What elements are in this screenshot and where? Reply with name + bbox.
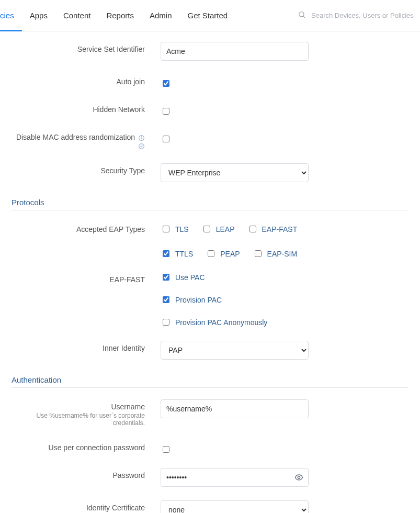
disable-mac-label: Disable MAC address randomization <box>12 130 161 150</box>
eap-sim-checkbox[interactable] <box>255 250 262 257</box>
eap-leap-checkbox[interactable] <box>203 226 210 232</box>
per-conn-checkbox[interactable] <box>163 446 169 453</box>
nav-item-policies[interactable]: cies <box>0 0 22 31</box>
eap-fast-label: EAP-FAST <box>12 272 161 284</box>
section-authentication: Authentication <box>12 373 408 388</box>
search-input[interactable] <box>310 11 415 20</box>
eap-tls[interactable]: TLS <box>161 224 189 234</box>
svg-point-0 <box>299 12 304 17</box>
disable-mac-text: Disable MAC address randomization <box>16 133 135 141</box>
provision-pac-anon-label: Provision PAC Anonymously <box>175 318 267 327</box>
ssid-input[interactable] <box>161 42 309 61</box>
identity-cert-select[interactable]: none <box>161 500 309 513</box>
auto-join-label: Auto join <box>12 74 161 86</box>
nav-item-get-started[interactable]: Get Started <box>180 0 236 31</box>
eap-peap-checkbox[interactable] <box>208 250 214 257</box>
svg-point-4 <box>141 137 142 137</box>
security-type-select[interactable]: WEP Enterprise <box>161 163 309 182</box>
nav-label: Get Started <box>188 11 228 20</box>
nav-item-apps[interactable]: Apps <box>22 0 55 31</box>
username-label: Username <box>111 403 145 411</box>
inner-identity-select[interactable]: PAP <box>161 341 309 360</box>
nav-label: Admin <box>150 11 172 20</box>
accepted-eap-label: Accepted EAP Types <box>12 222 161 233</box>
search <box>298 10 415 20</box>
password-input[interactable] <box>161 468 309 487</box>
username-label-col: Username Use %username% for user`s corpo… <box>12 399 161 427</box>
eap-tls-checkbox[interactable] <box>163 226 169 232</box>
form: Service Set Identifier Auto join Hidden … <box>0 31 420 513</box>
nav-label: Apps <box>30 11 48 20</box>
hidden-network-label: Hidden Network <box>12 102 161 114</box>
ssid-label: Service Set Identifier <box>12 42 161 53</box>
disable-mac-checkbox[interactable] <box>163 136 169 142</box>
svg-line-1 <box>303 16 305 18</box>
username-input[interactable] <box>161 399 309 418</box>
eap-ttls[interactable]: TTLS <box>161 249 193 259</box>
nav-label: Reports <box>106 11 134 20</box>
eap-sim[interactable]: EAP-SIM <box>253 249 298 259</box>
eap-leap[interactable]: LEAP <box>201 224 235 234</box>
eye-icon[interactable] <box>294 473 303 482</box>
topbar: cies Apps Content Reports Admin Get Star… <box>0 0 420 31</box>
provision-pac-anon-checkbox[interactable] <box>163 319 169 326</box>
hidden-network-checkbox[interactable] <box>163 108 169 115</box>
use-pac-label: Use PAC <box>175 273 205 282</box>
nav-label: cies <box>0 11 14 20</box>
identity-cert-label: Identity Certificate <box>12 500 161 512</box>
use-pac-checkbox[interactable] <box>163 274 169 281</box>
inner-identity-label: Inner Identity <box>12 341 161 352</box>
auto-join-checkbox[interactable] <box>163 80 169 87</box>
section-protocols: Protocols <box>12 196 408 210</box>
top-nav: cies Apps Content Reports Admin Get Star… <box>0 0 235 31</box>
per-conn-label: Use per connection password <box>12 440 161 452</box>
nav-label: Content <box>63 11 91 20</box>
info-icon[interactable] <box>138 135 145 141</box>
nav-item-admin[interactable]: Admin <box>142 0 180 31</box>
eap-fast[interactable]: EAP-FAST <box>247 224 298 234</box>
check-circle-icon <box>138 143 145 150</box>
svg-point-5 <box>139 143 144 149</box>
username-hint: Use %username% for user`s corporate cred… <box>12 412 145 427</box>
svg-point-6 <box>298 476 300 478</box>
nav-item-content[interactable]: Content <box>55 0 99 31</box>
password-label: Password <box>12 468 161 479</box>
provision-pac-checkbox[interactable] <box>163 296 169 303</box>
eap-fast-checkbox[interactable] <box>249 226 256 232</box>
nav-item-reports[interactable]: Reports <box>98 0 142 31</box>
security-type-label: Security Type <box>12 163 161 175</box>
eap-ttls-checkbox[interactable] <box>163 250 169 257</box>
search-icon <box>298 10 310 20</box>
eap-peap[interactable]: PEAP <box>206 249 240 259</box>
provision-pac-label: Provision PAC <box>175 296 222 304</box>
